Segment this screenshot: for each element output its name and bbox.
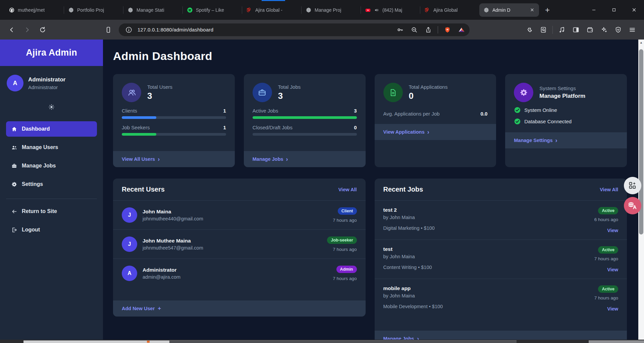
view-job-link[interactable]: View bbox=[607, 267, 618, 272]
add-new-user-link[interactable]: Add New User + bbox=[113, 300, 366, 317]
tab-audio-icon[interactable] bbox=[374, 7, 379, 13]
timestamp: 7 hours ago bbox=[594, 295, 618, 300]
password-key-icon[interactable] bbox=[395, 24, 406, 35]
tab-title: Spotify – Like bbox=[196, 7, 238, 13]
recent-users-card: Recent Users View All JJohn Mainajohnmut… bbox=[113, 179, 366, 317]
sidebar-item-label: Logout bbox=[22, 227, 40, 233]
metric-label: Closed/Draft Jobs bbox=[253, 125, 292, 130]
stat-value: Manage Platform bbox=[539, 93, 585, 99]
job-author: by John Maina bbox=[383, 215, 594, 220]
card-footer-link[interactable]: Manage Jobs› bbox=[244, 151, 366, 167]
user-row[interactable]: JJohn Mainajohnmuthee440@gmail.comClient… bbox=[113, 201, 366, 230]
user-name: John Muthee Maina bbox=[143, 238, 327, 244]
brave-shields-icon[interactable] bbox=[442, 24, 453, 35]
card-footer-link[interactable]: View Applications› bbox=[375, 124, 496, 140]
stat-value: 3 bbox=[147, 91, 172, 101]
toolbar-right-icons bbox=[523, 23, 639, 36]
minimize-button[interactable] bbox=[584, 0, 604, 20]
laravel-favicon bbox=[246, 7, 252, 13]
card-footer-link[interactable]: Manage Settings› bbox=[505, 132, 627, 148]
browser-tab[interactable]: Ajira Global bbox=[420, 3, 479, 17]
menu-hamburger-icon[interactable] bbox=[626, 23, 639, 36]
browser-tab[interactable]: mutheejj/met bbox=[5, 3, 64, 17]
user-row[interactable]: AAdministratoradmin@ajira.comAdmin7 hour… bbox=[113, 259, 366, 288]
browser-tab[interactable]: Portfolio Proj bbox=[64, 3, 123, 17]
background-window-segment bbox=[589, 340, 644, 343]
user-row[interactable]: JJohn Muthee Mainajohnmuthee547@gmail.co… bbox=[113, 230, 366, 259]
sidebar-item-logout[interactable]: Logout bbox=[6, 222, 97, 237]
sidebar-item-return-to-site[interactable]: Return to Site bbox=[6, 204, 97, 219]
browser-tab[interactable]: Manage Stati bbox=[123, 3, 182, 17]
job-row[interactable]: mobile appby John MainaMobile Developmen… bbox=[375, 279, 627, 318]
role-badge: Admin bbox=[336, 266, 357, 273]
sidebar-item-manage-users[interactable]: Manage Users bbox=[6, 140, 97, 155]
scrollbar-up-arrow[interactable]: ▲ bbox=[638, 40, 644, 46]
address-bar[interactable]: 127.0.0.1:8080/admin/dashboard bbox=[119, 23, 470, 36]
job-row[interactable]: testby John MainaContent Writing • $100A… bbox=[375, 240, 627, 279]
search-card-icon[interactable] bbox=[537, 23, 550, 36]
recent-jobs-card: Recent Jobs View All test 2by John Maina… bbox=[375, 179, 627, 343]
page-viewport: Ajira Admin A Administrator Administrato… bbox=[0, 40, 644, 343]
wallet-icon[interactable] bbox=[584, 23, 596, 36]
view-job-link[interactable]: View bbox=[607, 306, 618, 312]
plus-icon: + bbox=[158, 305, 161, 312]
stat-card: Total Applications0Avg. Applications per… bbox=[375, 74, 496, 167]
stat-label: System Settings bbox=[539, 85, 585, 91]
window-close-button[interactable] bbox=[624, 0, 644, 20]
browser-tabstrip: mutheejj/metPortfolio ProjManage StatiSp… bbox=[0, 0, 644, 20]
job-meta: Digital Marketing • $100 bbox=[383, 225, 594, 231]
job-title: test 2 bbox=[383, 207, 594, 213]
brave-rewards-icon[interactable] bbox=[456, 24, 467, 35]
browser-tab[interactable]: Admin D bbox=[479, 3, 539, 17]
sidebar-item-dashboard[interactable]: Dashboard bbox=[6, 121, 97, 137]
extensions-puzzle-icon[interactable] bbox=[523, 23, 536, 36]
leo-ai-sparkle-icon[interactable] bbox=[598, 23, 610, 36]
theme-toggle-sun-icon[interactable] bbox=[0, 95, 103, 114]
back-icon[interactable] bbox=[5, 23, 18, 36]
briefcase-icon bbox=[11, 163, 17, 169]
new-tab-button[interactable]: + bbox=[542, 4, 553, 16]
footer-link-label: Manage Jobs bbox=[253, 156, 283, 162]
tab-title: (842) Maj bbox=[382, 7, 416, 13]
bookmark-icon[interactable] bbox=[102, 23, 115, 36]
check-circle-icon bbox=[514, 107, 521, 114]
sidebar-item-manage-jobs[interactable]: Manage Jobs bbox=[6, 158, 97, 174]
metric-value: 1 bbox=[223, 125, 226, 130]
job-title: test bbox=[383, 246, 594, 252]
job-author: by John Maina bbox=[383, 293, 594, 298]
tab-close-icon[interactable] bbox=[529, 7, 535, 13]
sidebar-panel-icon[interactable] bbox=[570, 23, 582, 36]
job-meta: Mobile Development • $100 bbox=[383, 304, 594, 309]
translate-widget[interactable] bbox=[624, 197, 641, 214]
card-footer-link[interactable]: View All Users› bbox=[113, 151, 235, 167]
view-all-jobs-link[interactable]: View All bbox=[600, 187, 618, 192]
users-icon bbox=[11, 144, 17, 151]
zoom-out-icon[interactable] bbox=[409, 24, 420, 35]
role-badge: Job-seeker bbox=[327, 236, 357, 244]
chevron-right-icon: › bbox=[427, 129, 429, 135]
view-job-link[interactable]: View bbox=[607, 228, 618, 233]
forward-icon[interactable] bbox=[21, 23, 34, 36]
share-icon[interactable] bbox=[423, 24, 434, 35]
browser-tab[interactable]: (842) Maj bbox=[361, 3, 420, 17]
metric-label: Clients bbox=[122, 108, 137, 114]
browser-tab[interactable]: Ajira Global - bbox=[242, 3, 301, 17]
reload-icon[interactable] bbox=[36, 23, 49, 36]
url-text[interactable]: 127.0.0.1:8080/admin/dashboard bbox=[138, 27, 391, 32]
view-all-users-link[interactable]: View All bbox=[338, 187, 357, 192]
job-row[interactable]: test 2by John MainaDigital Marketing • $… bbox=[375, 201, 627, 240]
user-name: Administrator bbox=[143, 267, 333, 273]
music-note-icon[interactable] bbox=[555, 23, 568, 36]
browser-tab[interactable]: Manage Proj bbox=[302, 3, 361, 17]
maximize-button[interactable] bbox=[604, 0, 624, 20]
tab-title: Admin D bbox=[492, 7, 526, 13]
sidebar-divider bbox=[6, 199, 97, 199]
browser-tab[interactable]: Spotify – Like bbox=[183, 3, 242, 17]
job-list: test 2by John MainaDigital Marketing • $… bbox=[375, 201, 627, 318]
extension-grid-widget[interactable] bbox=[624, 177, 641, 194]
vpn-shield-icon[interactable] bbox=[612, 23, 625, 36]
sidebar-item-settings[interactable]: Settings bbox=[6, 177, 97, 192]
role-badge: Client bbox=[338, 207, 357, 215]
user-email: johnmuthee547@gmail.com bbox=[143, 245, 327, 251]
site-info-icon[interactable] bbox=[123, 24, 134, 35]
